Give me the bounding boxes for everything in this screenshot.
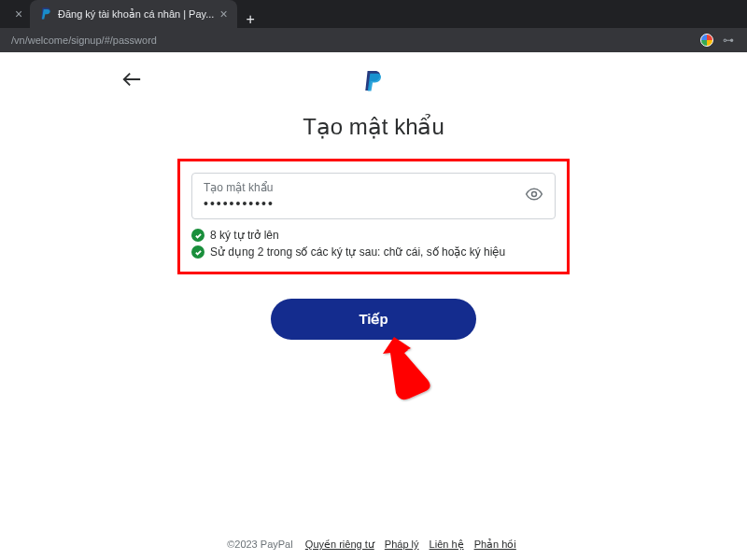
page-heading: Tạo mật khẩu: [0, 114, 747, 140]
password-key-icon[interactable]: ⊶: [723, 34, 734, 47]
show-password-icon[interactable]: [525, 185, 543, 207]
requirement-text: 8 ký tự trở lên: [210, 229, 279, 242]
close-tab-icon[interactable]: ×: [219, 7, 227, 21]
paypal-logo-icon: [363, 69, 384, 93]
form-highlight-box: Tạo mật khẩu ••••••••••• 8 ký tự trở lên…: [177, 159, 570, 274]
url-text[interactable]: /vn/welcome/signup/#/password: [7, 35, 700, 46]
password-value: •••••••••••: [204, 196, 543, 211]
paypal-favicon-icon: [39, 7, 52, 21]
copyright-text: ©2023 PayPal: [227, 539, 293, 550]
next-button[interactable]: Tiếp: [271, 299, 476, 340]
footer-link-legal[interactable]: Pháp lý: [385, 539, 419, 550]
new-tab-button[interactable]: +: [237, 11, 264, 28]
address-bar: /vn/welcome/signup/#/password ⊶: [0, 28, 747, 52]
password-label: Tạo mật khẩu: [204, 181, 543, 194]
footer: ©2023 PayPal Quyền riêng tư Pháp lý Liên…: [0, 539, 747, 551]
footer-link-contact[interactable]: Liên hệ: [430, 539, 464, 550]
addr-icons: ⊶: [700, 34, 740, 47]
check-icon: [191, 245, 204, 259]
back-arrow-button[interactable]: [121, 71, 142, 91]
tab-title: Đăng ký tài khoản cá nhân | Pay...: [58, 8, 214, 21]
logo-container: [0, 69, 747, 97]
footer-link-privacy[interactable]: Quyền riêng tư: [305, 539, 374, 550]
check-icon: [191, 229, 204, 242]
password-requirements: 8 ký tự trở lên Sử dụng 2 trong số các k…: [191, 229, 556, 259]
browser-tab[interactable]: Đăng ký tài khoản cá nhân | Pay... ×: [30, 0, 237, 28]
prev-tab-close[interactable]: ×: [7, 0, 30, 28]
topbar: [0, 52, 747, 97]
tab-strip: × Đăng ký tài khoản cá nhân | Pay... × +: [0, 0, 747, 28]
password-field[interactable]: Tạo mật khẩu •••••••••••: [191, 173, 556, 219]
annotation-arrow-icon: [383, 337, 434, 406]
requirement-item: 8 ký tự trở lên: [191, 229, 556, 242]
svg-point-0: [532, 192, 537, 197]
requirement-item: Sử dụng 2 trong số các ký tự sau: chữ cá…: [191, 245, 556, 259]
footer-link-feedback[interactable]: Phản hồi: [474, 539, 516, 550]
google-account-icon[interactable]: [700, 34, 713, 47]
requirement-text: Sử dụng 2 trong số các ký tự sau: chữ cá…: [210, 245, 505, 259]
page-content: Tạo mật khẩu Tạo mật khẩu ••••••••••• 8 …: [0, 52, 747, 560]
browser-chrome: × Đăng ký tài khoản cá nhân | Pay... × +…: [0, 0, 747, 52]
